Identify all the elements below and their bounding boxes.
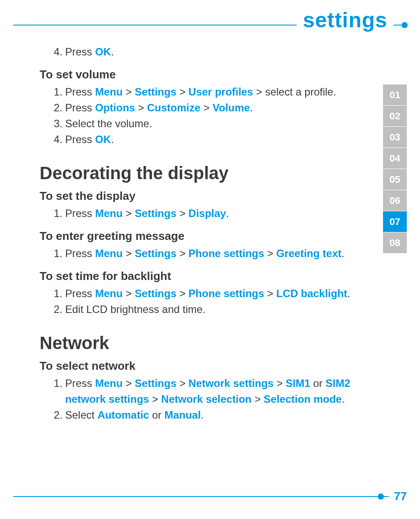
highlight-term: Settings [135, 377, 177, 389]
step-item: 1.Press Menu > Settings > Network settin… [50, 375, 357, 407]
page-number: 77 [389, 490, 407, 503]
plain-text: Press [65, 86, 95, 98]
step-text: Select Automatic or Manual. [65, 409, 204, 421]
plain-text: > select a profile. [253, 86, 336, 98]
plain-text: . [342, 393, 345, 405]
step-item: 2.Press Options > Customize > Volume. [50, 100, 357, 116]
step-number: 1. [50, 206, 63, 221]
step-text: Select the volume. [65, 118, 152, 129]
chapter-tab-08[interactable]: 08 [383, 232, 407, 254]
chapter-tab-07[interactable]: 07 [383, 211, 407, 232]
step-item: 1.Press Menu > Settings > Phone settings… [50, 246, 357, 261]
chapter-tab-01[interactable]: 01 [383, 85, 407, 106]
step-number: 2. [50, 407, 63, 423]
step-item: 1.Press Menu > Settings > Display. [50, 206, 357, 221]
highlight-term: Network selection [161, 393, 251, 405]
plain-text: > [123, 86, 135, 98]
step-item: 1.Press Menu > Settings > Phone settings… [50, 286, 357, 302]
chapter-tab-02[interactable]: 02 [383, 106, 407, 127]
step-text: Press Menu > Settings > Display. [65, 207, 229, 219]
step-item: 4.Press OK. [50, 132, 357, 147]
sub-heading: To set volume [40, 68, 357, 81]
chapter-tab-04[interactable]: 04 [383, 148, 407, 169]
chapter-tabs: 0102030405060708 [383, 85, 407, 254]
plain-text: . [250, 102, 253, 114]
step-text: Press Menu > Settings > User profiles > … [65, 86, 336, 98]
highlight-term: OK [95, 46, 111, 58]
step-number: 4. [50, 132, 63, 147]
plain-text: > [149, 393, 161, 405]
highlight-term: Menu [95, 207, 123, 219]
plain-text: Press [65, 247, 95, 259]
steps: 1.Press Menu > Settings > Network settin… [50, 375, 357, 423]
highlight-term: Settings [135, 287, 177, 299]
step-number: 1. [50, 286, 63, 302]
plain-text: Press [65, 102, 95, 114]
plain-text: Press [65, 287, 95, 299]
section-heading: Network [40, 333, 357, 353]
plain-text: Edit LCD brightness and time. [65, 303, 206, 315]
chapter-tab-06[interactable]: 06 [383, 190, 407, 211]
step-text: Press Options > Customize > Volume. [65, 102, 253, 114]
plain-text: > [264, 247, 276, 259]
step-text: Edit LCD brightness and time. [65, 303, 206, 315]
highlight-term: Phone settings [188, 287, 264, 299]
highlight-term: LCD backlight [276, 287, 347, 299]
highlight-term: Greeting text [276, 247, 341, 259]
plain-text: Press [65, 377, 95, 389]
highlight-term: SIM1 [286, 377, 310, 389]
step-text: Press Menu > Settings > Phone settings >… [65, 247, 344, 259]
footer-rule [13, 496, 407, 497]
step-item: 4.Press OK. [50, 44, 357, 60]
highlight-term: OK [95, 133, 111, 145]
plain-text: > [123, 287, 135, 299]
plain-text: > [177, 377, 188, 389]
plain-text: > [135, 102, 147, 114]
highlight-term: Settings [135, 247, 177, 259]
plain-text: Select [65, 409, 97, 421]
highlight-term: Settings [135, 207, 177, 219]
plain-text: > [123, 377, 135, 389]
highlight-term: Settings [135, 86, 177, 98]
plain-text: . [201, 409, 204, 421]
highlight-term: Display [188, 207, 226, 219]
step-number: 4. [50, 44, 63, 60]
highlight-term: Phone settings [188, 247, 264, 259]
steps: 1.Press Menu > Settings > Phone settings… [50, 246, 357, 261]
plain-text: or [310, 377, 326, 389]
highlight-term: Volume [213, 102, 250, 114]
plain-text: > [264, 287, 276, 299]
highlight-term: Menu [95, 86, 123, 98]
plain-text: > [200, 102, 212, 114]
chapter-tab-03[interactable]: 03 [383, 127, 407, 148]
step-number: 1. [50, 246, 63, 261]
sub-heading: To select network [40, 359, 357, 373]
plain-text: > [177, 86, 188, 98]
plain-text: > [177, 287, 188, 299]
chapter-tab-05[interactable]: 05 [383, 169, 407, 190]
step-item: 3.Select the volume. [50, 116, 357, 132]
sub-heading: To set the display [40, 189, 357, 203]
plain-text: or [149, 409, 165, 421]
plain-text: . [111, 133, 114, 145]
step-item: 2.Edit LCD brightness and time. [50, 302, 357, 317]
step-number: 2. [50, 302, 63, 317]
plain-text: > [273, 377, 285, 389]
plain-text: > [123, 207, 135, 219]
highlight-term: Selection mode [264, 393, 342, 405]
steps: 1.Press Menu > Settings > Phone settings… [50, 286, 357, 317]
steps: 1.Press Menu > Settings > User profiles … [50, 84, 357, 147]
highlight-term: Menu [95, 247, 123, 259]
plain-text: Select the volume. [65, 118, 152, 129]
highlight-term: Options [95, 102, 135, 114]
step-item: 2.Select Automatic or Manual. [50, 407, 357, 423]
page-header-title: settings [297, 8, 394, 32]
step-number: 1. [50, 84, 63, 100]
plain-text: Press [65, 133, 95, 145]
step-item: 1.Press Menu > Settings > User profiles … [50, 84, 357, 100]
highlight-term: Automatic [97, 409, 149, 421]
main-content: 4.Press OK.To set volume1.Press Menu > S… [40, 44, 357, 431]
highlight-term: User profiles [188, 86, 253, 98]
steps: 1.Press Menu > Settings > Display. [50, 206, 357, 221]
step-text: Press Menu > Settings > Network settings… [65, 377, 350, 405]
